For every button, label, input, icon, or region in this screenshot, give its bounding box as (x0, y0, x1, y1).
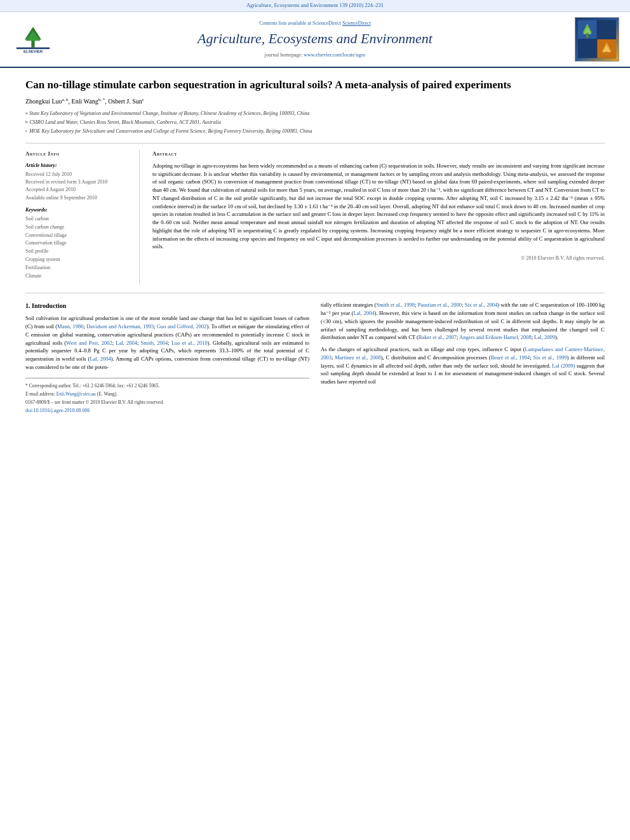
journal-logo-area (572, 17, 622, 62)
cover-svg (578, 18, 616, 60)
ref-davidson1993: Davidson and Ackerman, 1993 (86, 323, 154, 330)
author-1: Zhongkui Luoa, b (25, 98, 69, 105)
available-date: Available online 9 September 2010 (25, 194, 130, 201)
sciencedirect-text: ScienceDirect (342, 20, 371, 26)
ref-lal2004c: Lal, 2004 (353, 310, 374, 316)
ref-luo2010: Luo et al., 2010 (171, 340, 208, 346)
ref-lal2004a: Lal, 2004 (116, 340, 137, 346)
journal-title-area: Contents lists available at ScienceDirec… (65, 17, 565, 62)
journal-citation-bar: Agriculture, Ecosystems and Environment … (0, 0, 630, 12)
article-info-heading: Article Info (25, 150, 130, 158)
journal-header: ELSEVIER Contents lists available at Sci… (0, 12, 630, 68)
footnote-corresponding: * Corresponding author. Tel.: +61 2 6246… (25, 382, 309, 389)
svg-rect-11 (586, 33, 589, 37)
elsevier-logo: ELSEVIER (11, 24, 55, 55)
footnote-doi[interactable]: doi:10.1016/j.agee.2010.08.006 (25, 407, 309, 415)
abstract-panel: Abstract Adopting no-tillage in agro-eco… (152, 150, 605, 285)
article-title: Can no-tillage stimulate carbon sequestr… (25, 78, 605, 92)
article-history: Article history: Received 12 July 2010 R… (25, 162, 130, 201)
main-content: Can no-tillage stimulate carbon sequestr… (0, 68, 630, 425)
ref-guo2002: Guo and Gifford, 2002 (157, 323, 206, 330)
abstract-text: Adopting no-tillage in agro-ecosystems h… (152, 162, 605, 251)
journal-citation: Agriculture, Ecosystems and Environment … (246, 2, 384, 8)
intro-section-title: 1. Introduction (25, 301, 309, 310)
body-content: 1. Introduction Soil cultivation for agr… (25, 293, 605, 415)
ref-martinez2008: Martínez et al., 2008 (335, 354, 381, 361)
ref-baker2007: Baker et al., 2007 (419, 334, 457, 340)
affiliation-a: a State Key Laboratory of Vegetation and… (25, 110, 605, 117)
author-2: Enli Wangb, * (72, 98, 105, 105)
intro-para-3: As the changes of agricultural practices… (321, 345, 605, 386)
copyright-notice: © 2010 Elsevier B.V. All rights reserved… (152, 255, 605, 262)
ref-lal2004b: Lal, 2004 (90, 356, 111, 362)
journal-title: Agriculture, Ecosystems and Environment (198, 29, 432, 49)
body-col-right: tially efficient strategies (Smith et al… (321, 301, 605, 415)
footnote-email-address[interactable]: Enli.Wang@csiro.au (57, 391, 96, 397)
authors-line: Zhongkui Luoa, b, Enli Wangb, *, Osbert … (25, 97, 605, 106)
svg-rect-14 (605, 52, 608, 56)
keywords-section: Keywords: Soil carbon Soil carbon change… (25, 206, 130, 281)
article-info-panel: Article Info Article history: Received 1… (25, 150, 140, 285)
keyword-3: Conventional tillage (25, 232, 130, 240)
intro-para-2: tially efficient strategies (Smith et al… (321, 301, 605, 342)
keyword-2: Soil carbon change (25, 223, 130, 232)
sciencedirect-link[interactable]: Contents lists available at ScienceDirec… (259, 20, 371, 27)
intro-para-1: Soil cultivation for agricultural produc… (25, 314, 309, 371)
ref-west2002: West and Post, 2002 (66, 340, 112, 346)
affiliation-c: c MOE Key Laboratory for Silviculture an… (25, 128, 605, 135)
footnote-area: * Corresponding author. Tel.: +61 2 6246… (25, 378, 309, 415)
ref-beare1994: Bearé et al., 1994 (491, 354, 530, 361)
author-3: Osbert J. Sunc (108, 98, 144, 105)
body-col-left: 1. Introduction Soil cultivation for agr… (25, 301, 309, 415)
homepage-url[interactable]: www.elsevier.com/locate/agee (304, 52, 365, 58)
ref-lal2009b: Lal (2009) (552, 363, 575, 369)
ref-lal2009a: Lal, 2009 (534, 334, 555, 340)
keyword-6: Cropping system (25, 256, 130, 264)
ref-smith1998: Smith et al., 1998 (376, 302, 415, 308)
history-label: Article history: (25, 162, 130, 169)
ref-smith2004: Smith, 2004 (141, 340, 168, 346)
keyword-4: Conservation tillage (25, 239, 130, 248)
abstract-heading: Abstract (152, 150, 605, 158)
svg-rect-2 (31, 39, 34, 47)
accepted-date: Accepted 4 August 2010 (25, 186, 130, 193)
keyword-7: Fertilization (25, 264, 130, 272)
journal-cover-image (575, 17, 619, 62)
revised-date: Received in revised form 3 August 2010 (25, 178, 130, 185)
ref-angers2008: Angers and Eriksen-Hamel, 2008 (459, 334, 532, 340)
journal-homepage: journal homepage: www.elsevier.com/locat… (265, 51, 366, 58)
received-date: Received 12 July 2010 (25, 171, 130, 178)
affiliation-b: b CSIRO Land and Water, Clunies Ross Str… (25, 119, 605, 126)
info-abstract-section: Article Info Article history: Received 1… (25, 143, 605, 285)
keywords-label: Keywords: (25, 206, 130, 213)
svg-text:ELSEVIER: ELSEVIER (23, 49, 43, 53)
keywords-list: Soil carbon Soil carbon change Conventio… (25, 215, 130, 280)
keyword-8: Climate (25, 272, 130, 281)
ref-six2004: Six et al., 2004 (465, 302, 498, 308)
ref-six1999: Six et al., 1999 (533, 354, 567, 361)
keyword-1: Soil carbon (25, 215, 130, 223)
elsevier-logo-area: ELSEVIER (8, 17, 58, 62)
ref-paustian2000: Paustian et al., 2000 (418, 302, 462, 308)
footnote-email: E-mail address: Enli.Wang@csiro.au (E. W… (25, 390, 309, 397)
affiliations: a State Key Laboratory of Vegetation and… (25, 110, 605, 135)
footnote-issn: 0167-8809/$ – see front matter © 2010 El… (25, 399, 309, 406)
keyword-5: Soil profile (25, 248, 130, 256)
ref-mann1986: Mann, 1986 (57, 323, 83, 330)
